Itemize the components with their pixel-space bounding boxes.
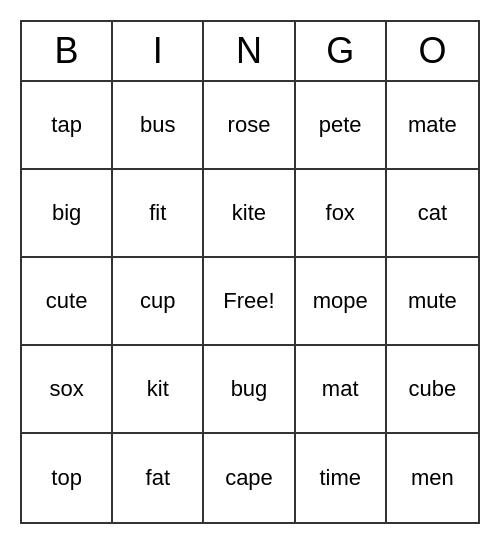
bingo-cell-5[interactable]: big: [22, 170, 113, 258]
bingo-header: BINGO: [22, 22, 478, 82]
bingo-cell-17[interactable]: bug: [204, 346, 295, 434]
bingo-cell-12[interactable]: Free!: [204, 258, 295, 346]
bingo-cell-14[interactable]: mute: [387, 258, 478, 346]
bingo-cell-2[interactable]: rose: [204, 82, 295, 170]
bingo-cell-7[interactable]: kite: [204, 170, 295, 258]
bingo-cell-23[interactable]: time: [296, 434, 387, 522]
bingo-cell-1[interactable]: bus: [113, 82, 204, 170]
bingo-cell-19[interactable]: cube: [387, 346, 478, 434]
bingo-cell-9[interactable]: cat: [387, 170, 478, 258]
header-letter-b: B: [22, 22, 113, 80]
header-letter-o: O: [387, 22, 478, 80]
bingo-cell-0[interactable]: tap: [22, 82, 113, 170]
header-letter-i: I: [113, 22, 204, 80]
bingo-cell-11[interactable]: cup: [113, 258, 204, 346]
bingo-cell-24[interactable]: men: [387, 434, 478, 522]
bingo-cell-21[interactable]: fat: [113, 434, 204, 522]
bingo-cell-22[interactable]: cape: [204, 434, 295, 522]
header-letter-n: N: [204, 22, 295, 80]
bingo-cell-3[interactable]: pete: [296, 82, 387, 170]
bingo-cell-15[interactable]: sox: [22, 346, 113, 434]
bingo-cell-20[interactable]: top: [22, 434, 113, 522]
bingo-cell-6[interactable]: fit: [113, 170, 204, 258]
bingo-body: tapbusrosepetematebigfitkitefoxcatcutecu…: [22, 82, 478, 522]
bingo-card: BINGO tapbusrosepetematebigfitkitefoxcat…: [20, 20, 480, 524]
bingo-cell-10[interactable]: cute: [22, 258, 113, 346]
bingo-cell-16[interactable]: kit: [113, 346, 204, 434]
bingo-cell-18[interactable]: mat: [296, 346, 387, 434]
bingo-cell-4[interactable]: mate: [387, 82, 478, 170]
header-letter-g: G: [296, 22, 387, 80]
bingo-cell-13[interactable]: mope: [296, 258, 387, 346]
bingo-cell-8[interactable]: fox: [296, 170, 387, 258]
